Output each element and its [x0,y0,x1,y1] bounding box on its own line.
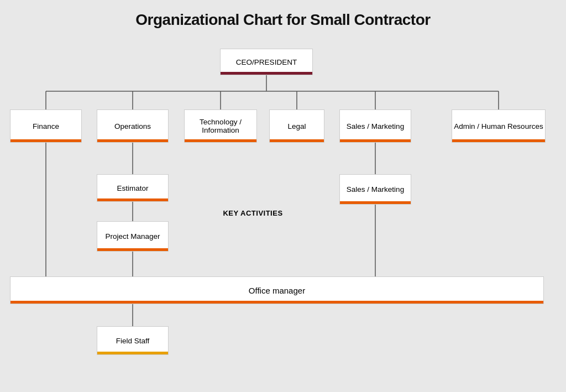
key-activities-label: KEY ACTIVITIES [207,205,298,221]
operations-box: Operations [97,109,169,143]
office-manager-box: Office manager [10,276,544,304]
estimator-box: Estimator [97,174,169,202]
chart-container: Organizational Chart for Small Contracto… [0,0,566,392]
operations-bar [97,139,168,142]
ceo-bar [221,72,312,75]
project-manager-bar [97,248,168,251]
project-manager-box: Project Manager [97,221,169,252]
finance-bar [11,139,81,142]
finance-box: Finance [10,109,82,143]
sales-sub-bar [340,201,411,204]
ceo-box: CEO/PRESIDENT [220,49,313,75]
technology-box: Technology / Information [184,109,257,143]
sales-marketing-bar [340,139,411,142]
admin-hr-box: Admin / Human Resources [452,109,546,143]
field-staff-box: Field Staff [97,326,169,355]
estimator-bar [97,198,168,201]
legal-box: Legal [269,109,324,143]
sales-marketing-box: Sales / Marketing [339,109,411,143]
admin-hr-bar [452,139,545,142]
technology-bar [185,139,256,142]
office-manager-bar [11,301,543,304]
legal-bar [270,139,324,142]
chart-title: Organizational Chart for Small Contracto… [17,11,549,29]
sales-sub-box: Sales / Marketing [339,174,411,205]
field-staff-bar [97,352,168,354]
